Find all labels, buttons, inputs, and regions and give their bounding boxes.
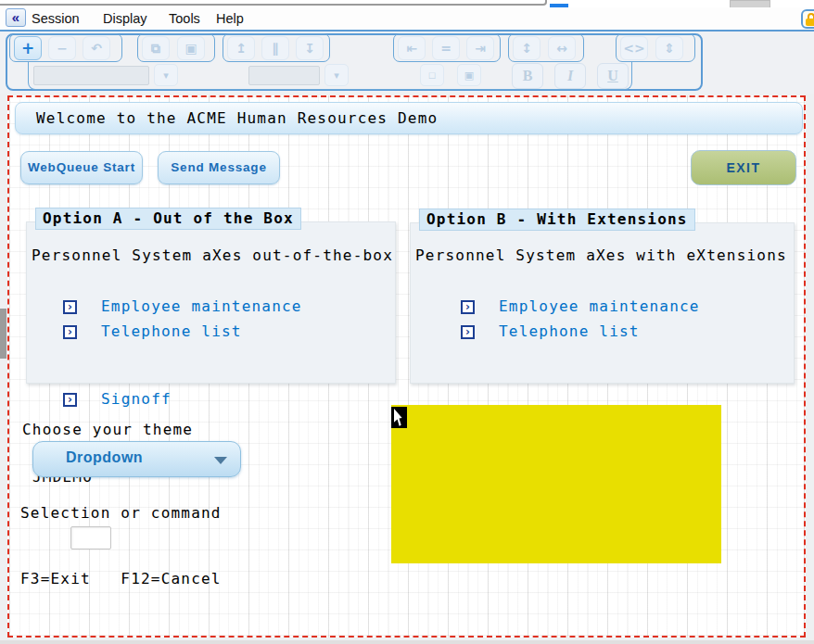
same-width-icon[interactable]: ↔ (548, 36, 576, 60)
size-combo-arrow-icon[interactable]: ▾ (324, 64, 349, 86)
chevron-down-icon (214, 457, 227, 464)
paste-icon[interactable]: ▣ (177, 36, 205, 60)
browser-button-remnant[interactable] (730, 0, 770, 7)
link-employee-maintenance-a[interactable]: ›Employee maintenance (63, 297, 302, 314)
font-combo-input[interactable] (33, 66, 149, 85)
window-bottom-edge (0, 640, 814, 644)
link-signoff[interactable]: ›Signoff (63, 390, 172, 407)
menu-tools[interactable]: Tools (165, 9, 204, 28)
menu-bar: « Session Display Tools Help (0, 7, 814, 30)
remove-icon[interactable]: − (48, 36, 76, 60)
link-arrow-icon: › (63, 300, 77, 314)
align-right-icon[interactable]: ⇥ (466, 36, 494, 60)
underline-button[interactable]: U (597, 63, 629, 89)
dropdown-label: Dropdown (66, 449, 143, 466)
bold-button[interactable]: B (512, 63, 543, 89)
menu-display[interactable]: Display (99, 9, 151, 28)
link-label[interactable]: Telephone list (499, 322, 640, 340)
webqueue-start-button[interactable]: WebQueue Start (20, 151, 143, 184)
link-telephone-list-a[interactable]: ›Telephone list (63, 322, 242, 339)
app-window: « Session Display Tools Help + − ↶ ⧉ ▣ ↥… (0, 0, 814, 644)
toolbar-group-clipboard: ⧉ ▣ (137, 33, 215, 62)
collapse-toolbar-icon[interactable]: « (6, 8, 26, 27)
side-panel-handle[interactable] (0, 309, 6, 359)
link-label[interactable]: Employee maintenance (101, 297, 302, 315)
expand-collapse-icon[interactable]: ⇕ (655, 36, 683, 60)
option-a-description: Personnel System aXes out-of-the-box (32, 246, 393, 264)
source-code-icon[interactable]: <> (620, 36, 648, 60)
lock-icon[interactable] (801, 9, 814, 29)
option-b-description: Personnel System aXes with eXtensions (415, 246, 787, 264)
toolbar: + − ↶ ⧉ ▣ ↥ ∥ ↧ ⇤ = ⇥ ↕ ↔ <> ⇕ ▾ (0, 30, 814, 94)
link-arrow-icon: › (63, 325, 77, 339)
align-left-icon[interactable]: ⇤ (398, 36, 426, 60)
toolbar-group-misc: <> ⇕ (616, 33, 695, 62)
browser-edge-strip (0, 0, 814, 7)
option-a-header: Option A - Out of the Box (35, 208, 301, 230)
same-height-icon[interactable]: ↕ (513, 36, 541, 60)
screen-banner: Welcome to the ACME Human Resources Demo (15, 102, 803, 134)
link-telephone-list-b[interactable]: ›Telephone list (461, 322, 640, 339)
align-middle-icon[interactable]: ∥ (261, 36, 289, 60)
exit-button[interactable]: EXIT (691, 150, 796, 185)
align-bottom-icon[interactable]: ↧ (296, 36, 324, 60)
toolbar-group-halign: ⇤ = ⇥ (393, 33, 501, 62)
link-arrow-icon: › (63, 393, 77, 407)
size-combo-input[interactable] (248, 66, 320, 85)
cursor-arrow-icon (394, 409, 405, 426)
undo-icon[interactable]: ↶ (83, 36, 110, 60)
field-filled-icon[interactable]: ▣ (457, 64, 481, 86)
option-b-header: Option B - With Extensions (419, 208, 695, 231)
theme-dropdown-button[interactable]: Dropdown (32, 441, 241, 477)
theme-label: Choose your theme (22, 421, 193, 438)
align-top-icon[interactable]: ↥ (227, 36, 255, 60)
selection-label: Selection or command (20, 504, 222, 522)
toolbar-group-size: ↕ ↔ (508, 33, 584, 62)
toolbar-group-valign: ↥ ∥ ↧ (223, 33, 330, 62)
align-center-icon[interactable]: = (432, 36, 460, 60)
command-input[interactable] (70, 526, 111, 549)
menu-session[interactable]: Session (28, 9, 83, 28)
link-arrow-icon: › (461, 300, 475, 314)
toolbar-group-edit: + − ↶ (9, 33, 122, 62)
link-label[interactable]: Employee maintenance (499, 297, 700, 315)
link-arrow-icon: › (461, 325, 475, 339)
copy-icon[interactable]: ⧉ (142, 36, 170, 60)
fkeys-text: F3=Exit F12=Cancel (20, 570, 222, 587)
link-employee-maintenance-b[interactable]: ›Employee maintenance (461, 297, 700, 314)
screen-canvas: Welcome to the ACME Human Resources Demo… (7, 95, 806, 638)
browser-address-input[interactable] (0, 0, 547, 6)
menu-help[interactable]: Help (212, 9, 248, 28)
lock-body-icon (806, 19, 814, 26)
font-combo-arrow-icon[interactable]: ▾ (154, 64, 178, 86)
selected-element-highlight[interactable] (391, 405, 721, 563)
link-label[interactable]: Signoff (101, 390, 172, 408)
mouse-cursor-icon (391, 407, 407, 428)
add-icon[interactable]: + (14, 36, 42, 60)
field-outline-icon[interactable]: □ (420, 64, 444, 86)
send-message-button[interactable]: Send Message (158, 151, 280, 184)
italic-button[interactable]: I (554, 63, 586, 89)
link-label[interactable]: Telephone list (101, 322, 242, 340)
